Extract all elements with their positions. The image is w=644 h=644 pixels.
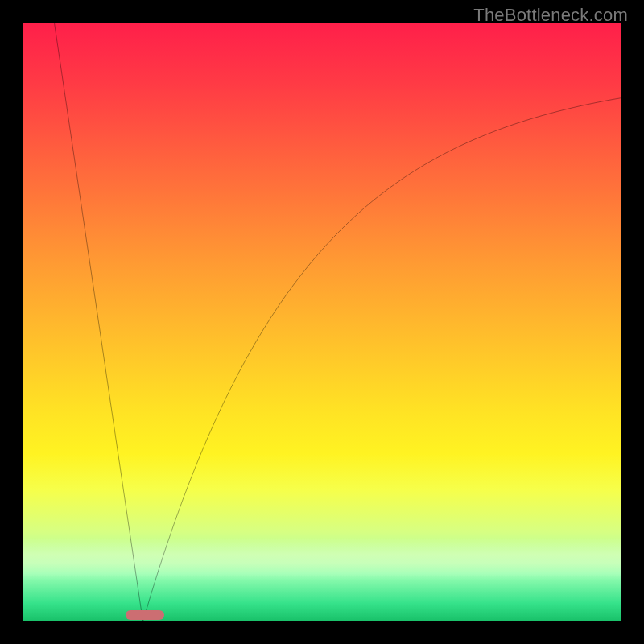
plot-area <box>23 23 621 621</box>
bottleneck-curve <box>54 23 621 621</box>
optimum-marker <box>126 610 164 620</box>
chart-frame: TheBottleneck.com <box>0 0 644 644</box>
curve-layer <box>23 23 621 621</box>
